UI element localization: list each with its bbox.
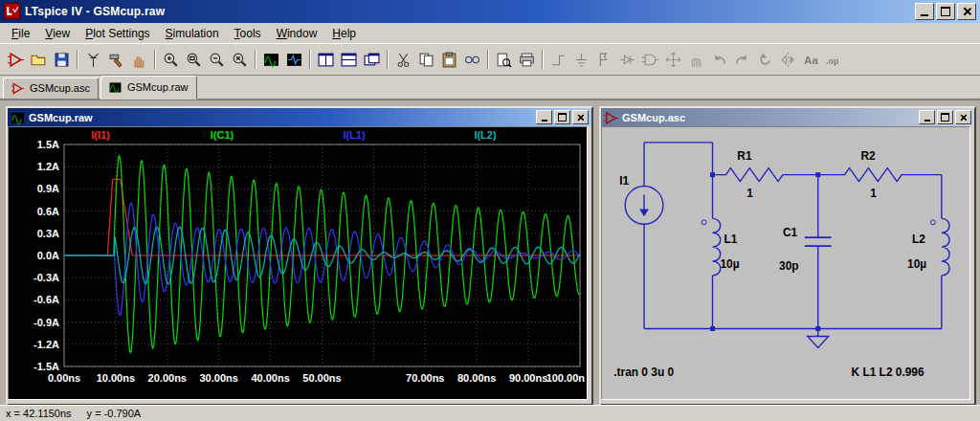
spice-directive-text[interactable]: .tran 0 3u 0	[613, 366, 674, 379]
component-label[interactable]: L2	[912, 233, 925, 246]
toolbar-separator	[483, 48, 492, 71]
tab-label: GSMcup.asc	[30, 82, 90, 94]
app-titlebar[interactable]: LTspice IV - GSMcup.raw	[0, 0, 980, 23]
schematic-minimize-button[interactable]	[919, 110, 935, 124]
schematic-window-titlebar[interactable]: GSMcup.asc	[601, 108, 974, 126]
tab-gsmcup.raw[interactable]: GSMcup.raw	[100, 76, 197, 100]
toolbar-separator	[150, 48, 159, 71]
save-icon	[54, 52, 70, 68]
component-value[interactable]: 10µ	[720, 257, 739, 271]
wire-button	[546, 48, 569, 71]
zoom-extents-button[interactable]	[228, 48, 251, 71]
autorange-button[interactable]	[259, 48, 282, 71]
paste-button[interactable]	[437, 48, 460, 71]
maximize-button[interactable]	[936, 3, 955, 20]
menu-view[interactable]: View	[37, 24, 78, 43]
svg-text:100.00n: 100.00n	[546, 372, 586, 384]
schematic-canvas[interactable]: I1 R1 1 R2 1 L1 10µ C1 30p L2 10µ .tran …	[602, 127, 969, 399]
schematic-window[interactable]: GSMcup.asc	[599, 106, 976, 405]
component-value[interactable]: 30p	[779, 259, 799, 273]
app-logo-icon	[4, 3, 20, 19]
svg-text:1.2A: 1.2A	[37, 161, 59, 172]
tab-gsmcup.asc[interactable]: GSMcup.asc	[3, 78, 99, 99]
tile-horizontal-button[interactable]	[337, 48, 360, 71]
resistor-R2[interactable]	[818, 168, 942, 182]
zoom-in-button[interactable]	[159, 48, 182, 71]
inductor-L2[interactable]	[930, 218, 949, 276]
svg-text:Aa: Aa	[804, 54, 818, 66]
new-schematic-button[interactable]	[4, 48, 27, 71]
print-button[interactable]	[515, 48, 538, 71]
waveform-minimize-button[interactable]	[536, 110, 552, 124]
mirror-icon	[780, 52, 796, 68]
legend-I(I1)[interactable]: I(I1)	[91, 129, 110, 141]
zoom-area-button[interactable]	[182, 48, 205, 71]
resistor-R1[interactable]	[713, 168, 818, 182]
coupling-directive-text[interactable]: K L1 L2 0.996	[852, 366, 924, 379]
maximize-icon	[941, 7, 950, 16]
cut-button[interactable]	[391, 48, 414, 71]
halt-button[interactable]	[127, 48, 150, 71]
toolbar-separator	[538, 48, 546, 71]
component-value[interactable]: 1	[870, 188, 877, 201]
cascade-button[interactable]	[360, 48, 383, 71]
legend-I(L1)[interactable]: I(L1)	[343, 129, 366, 141]
menu-window[interactable]: Window	[269, 24, 325, 43]
component-label[interactable]: L1	[724, 233, 737, 246]
spice-directive-icon: .op	[826, 52, 842, 68]
rotate-button	[753, 48, 776, 71]
legend-I(C1)[interactable]: I(C1)	[211, 129, 234, 141]
save-button[interactable]	[50, 48, 73, 71]
plot-settings-icon	[286, 52, 302, 68]
legend-I(L2)[interactable]: I(L2)	[474, 129, 497, 141]
ground-icon	[573, 52, 590, 68]
component-value[interactable]: 10µ	[907, 257, 926, 271]
minimize-button[interactable]	[915, 3, 934, 20]
menu-tools[interactable]: Tools	[227, 24, 269, 43]
find-button[interactable]	[460, 48, 483, 71]
svg-text:1.5A: 1.5A	[37, 139, 59, 150]
control-panel-icon	[108, 52, 124, 68]
component-label[interactable]: C1	[783, 226, 798, 239]
tile-vertical-button[interactable]	[314, 48, 337, 71]
new-schematic-icon	[8, 52, 24, 68]
current-source-I1[interactable]	[625, 187, 663, 225]
copy-button[interactable]	[414, 48, 437, 71]
svg-text:-0.6A: -0.6A	[33, 294, 59, 305]
tabstrip: GSMcup.ascGSMcup.raw	[0, 76, 980, 100]
run-button[interactable]	[81, 48, 104, 71]
waveform-plot[interactable]: 1.5A1.2A0.9A0.6A0.3A0.0A-0.3A-0.6A-0.9A-…	[9, 127, 587, 399]
move-icon	[665, 52, 681, 68]
component-label[interactable]: R1	[737, 149, 752, 163]
statusbar: x = 42.1150ns y = -0.790A	[0, 405, 980, 421]
schematic-maximize-button[interactable]	[937, 110, 953, 124]
control-panel-button[interactable]	[104, 48, 127, 71]
polarity-dot-icon	[702, 220, 706, 225]
component-label[interactable]: I1	[619, 174, 629, 188]
run-icon	[85, 52, 101, 68]
capacitor-C1[interactable]	[805, 237, 832, 246]
menu-help[interactable]: Help	[324, 24, 364, 43]
waveform-window-titlebar[interactable]: GSMcup.raw	[8, 108, 591, 126]
component-label[interactable]: R2	[860, 149, 876, 163]
print-preview-button[interactable]	[492, 48, 515, 71]
svg-text:70.00ns: 70.00ns	[406, 372, 444, 384]
find-icon	[464, 52, 480, 68]
menu-plot-settings[interactable]: Plot Settings	[78, 24, 157, 43]
redo-button	[730, 48, 753, 71]
menu-file[interactable]: File	[4, 24, 37, 43]
close-button[interactable]	[957, 3, 976, 20]
waveform-close-button[interactable]	[572, 110, 589, 124]
waveform-maximize-button[interactable]	[554, 110, 570, 124]
schematic-close-button[interactable]	[955, 110, 971, 124]
open-button[interactable]	[27, 48, 50, 71]
waveform-window[interactable]: GSMcup.raw 1.5A1.2A0.9A0.6A0.3A0.0A-0.3A…	[6, 106, 593, 405]
menu-simulation[interactable]: Simulation	[158, 24, 227, 43]
ground-symbol-icon[interactable]	[808, 329, 829, 348]
waveform-window-icon	[11, 110, 25, 124]
component-value[interactable]: 1	[746, 188, 753, 201]
zoom-out-icon	[209, 52, 225, 68]
zoom-out-button[interactable]	[205, 48, 228, 71]
plot-settings-button[interactable]	[282, 48, 305, 71]
inductor-L1[interactable]	[702, 218, 721, 276]
